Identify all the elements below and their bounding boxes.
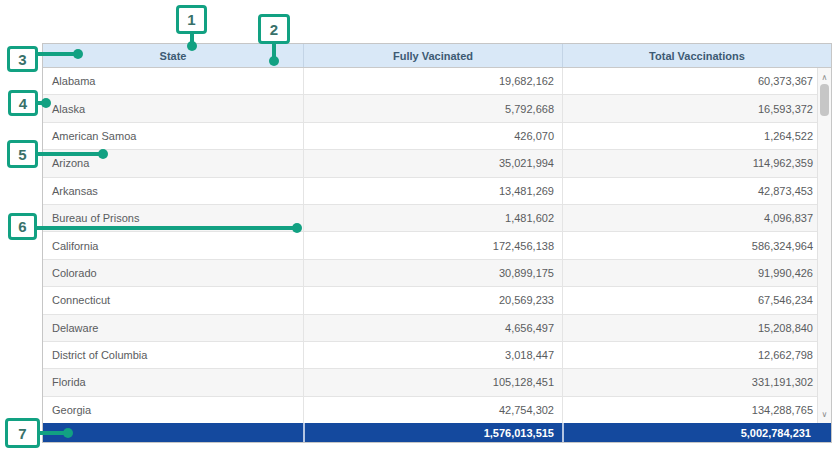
- row-state-cell: Alaska: [43, 95, 303, 121]
- row-total-vaccinations-cell: 4,096,837: [562, 205, 819, 231]
- table-row[interactable]: California172,456,138586,324,964: [43, 232, 819, 259]
- annotation-callout-2[interactable]: 2: [258, 14, 290, 44]
- row-state-cell: American Samoa: [43, 123, 303, 149]
- row-fully-vacinated-cell: 3,018,447: [303, 342, 562, 368]
- callout-1-label: 1: [187, 12, 195, 27]
- callout-5-dot: [98, 149, 108, 159]
- row-state-cell: Connecticut: [43, 287, 303, 313]
- row-total-vaccinations-cell: 134,288,765: [562, 397, 819, 423]
- table-row[interactable]: Arkansas13,481,26942,873,453: [43, 178, 819, 205]
- table-row[interactable]: American Samoa426,0701,264,522: [43, 123, 819, 150]
- row-fully-vacinated-cell: 426,070: [303, 123, 562, 149]
- row-total-vaccinations-cell: 1,264,522: [562, 123, 819, 149]
- table-row[interactable]: District of Columbia3,018,44712,662,798: [43, 342, 819, 369]
- total-state-cell: [43, 423, 303, 442]
- row-fully-vacinated-cell: 4,656,497: [303, 315, 562, 341]
- annotation-callout-3[interactable]: 3: [7, 46, 38, 72]
- callout-3-connector: [36, 52, 76, 56]
- callout-6-dot: [292, 223, 302, 233]
- row-fully-vacinated-cell: 42,754,302: [303, 397, 562, 423]
- column-header-total-vaccinations[interactable]: Total Vaccinations: [562, 44, 831, 67]
- row-fully-vacinated-cell: 172,456,138: [303, 232, 562, 258]
- table-body: Alabama19,682,16260,373,367Alaska5,792,6…: [43, 68, 819, 423]
- row-state-cell: Georgia: [43, 397, 303, 423]
- row-state-cell: California: [43, 232, 303, 258]
- row-total-vaccinations-cell: 12,662,798: [562, 342, 819, 368]
- vaccinations-table: State Fully Vacinated Total Vaccinations…: [42, 43, 832, 443]
- callout-3-label: 3: [18, 52, 26, 67]
- row-total-vaccinations-cell: 60,373,367: [562, 68, 819, 94]
- column-header-fully-vacinated[interactable]: Fully Vacinated: [303, 44, 562, 67]
- screen: State Fully Vacinated Total Vaccinations…: [0, 0, 833, 453]
- annotation-callout-7[interactable]: 7: [5, 418, 40, 448]
- scrollbar-thumb[interactable]: [820, 84, 829, 116]
- table-header-row: State Fully Vacinated Total Vaccinations: [43, 44, 831, 68]
- row-total-vaccinations-cell: 114,962,359: [562, 150, 819, 176]
- callout-2-label: 2: [270, 22, 278, 37]
- row-total-vaccinations-cell: 67,546,234: [562, 287, 819, 313]
- row-fully-vacinated-cell: 19,682,162: [303, 68, 562, 94]
- table-row[interactable]: Florida105,128,451331,191,302: [43, 369, 819, 396]
- table-row[interactable]: Delaware4,656,49715,208,840: [43, 315, 819, 342]
- total-fully-vacinated-cell: 1,576,013,515: [303, 423, 562, 442]
- callout-4-label: 4: [19, 96, 27, 111]
- table-row[interactable]: Connecticut20,569,23367,546,234: [43, 287, 819, 314]
- row-fully-vacinated-cell: 105,128,451: [303, 369, 562, 395]
- callout-3-dot: [73, 49, 83, 59]
- callout-7-label: 7: [18, 426, 26, 441]
- table-row[interactable]: Arizona35,021,994114,962,359: [43, 150, 819, 177]
- row-total-vaccinations-cell: 91,990,426: [562, 260, 819, 286]
- row-total-vaccinations-cell: 42,873,453: [562, 178, 819, 204]
- callout-5-connector: [36, 152, 101, 156]
- scroll-up-icon[interactable]: ∧: [818, 70, 831, 84]
- row-fully-vacinated-cell: 20,569,233: [303, 287, 562, 313]
- table-row[interactable]: Colorado30,899,17591,990,426: [43, 260, 819, 287]
- callout-7-connector: [38, 431, 65, 435]
- callout-4-dot: [41, 98, 51, 108]
- table-total-row: 1,576,013,515 5,002,784,231: [43, 423, 831, 442]
- row-total-vaccinations-cell: 586,324,964: [562, 232, 819, 258]
- row-state-cell: Delaware: [43, 315, 303, 341]
- callout-6-connector: [35, 226, 293, 230]
- annotation-callout-1[interactable]: 1: [176, 5, 207, 34]
- row-state-cell: Florida: [43, 369, 303, 395]
- row-total-vaccinations-cell: 16,593,372: [562, 95, 819, 121]
- row-total-vaccinations-cell: 15,208,840: [562, 315, 819, 341]
- row-fully-vacinated-cell: 1,481,602: [303, 205, 562, 231]
- row-state-cell: Colorado: [43, 260, 303, 286]
- annotation-callout-4[interactable]: 4: [8, 90, 38, 116]
- row-state-cell: Alabama: [43, 68, 303, 94]
- row-fully-vacinated-cell: 30,899,175: [303, 260, 562, 286]
- total-total-vaccinations-cell: 5,002,784,231: [562, 423, 831, 442]
- row-fully-vacinated-cell: 35,021,994: [303, 150, 562, 176]
- callout-6-label: 6: [18, 219, 26, 234]
- callout-2-dot: [269, 56, 279, 66]
- row-state-cell: Arkansas: [43, 178, 303, 204]
- callout-1-dot: [187, 41, 197, 51]
- scroll-down-icon[interactable]: ∨: [818, 407, 831, 421]
- callout-5-label: 5: [18, 147, 26, 162]
- callout-7-dot: [63, 428, 73, 438]
- vertical-scrollbar[interactable]: ∧ ∨: [817, 68, 831, 423]
- row-fully-vacinated-cell: 13,481,269: [303, 178, 562, 204]
- annotation-callout-6[interactable]: 6: [8, 213, 37, 240]
- row-total-vaccinations-cell: 331,191,302: [562, 369, 819, 395]
- row-state-cell: District of Columbia: [43, 342, 303, 368]
- table-row[interactable]: Georgia42,754,302134,288,765: [43, 397, 819, 423]
- annotation-callout-5[interactable]: 5: [7, 140, 38, 168]
- table-row[interactable]: Alaska5,792,66816,593,372: [43, 95, 819, 122]
- table-row[interactable]: Alabama19,682,16260,373,367: [43, 68, 819, 95]
- row-fully-vacinated-cell: 5,792,668: [303, 95, 562, 121]
